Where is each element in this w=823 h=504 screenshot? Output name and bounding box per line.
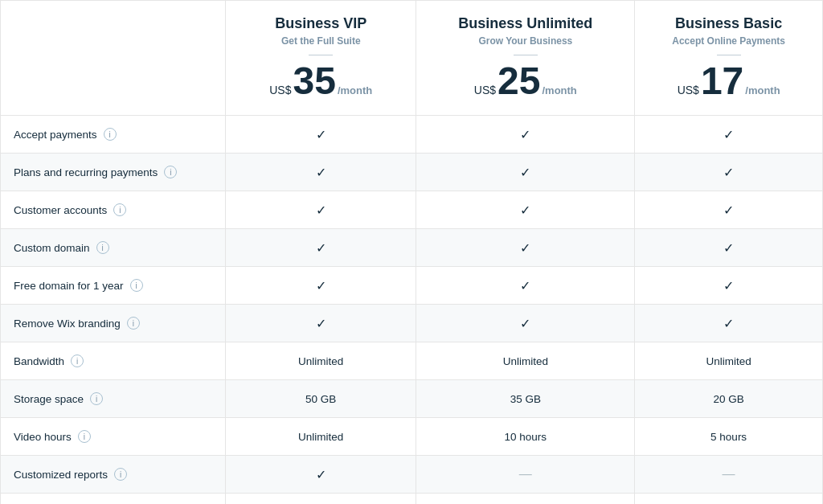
dash-icon: —: [723, 467, 735, 481]
checkmark-icon: ✓: [316, 317, 326, 330]
feature-value-5-2: ✓: [635, 305, 823, 342]
cell-text-value: 20 GB: [706, 393, 750, 405]
feature-label-cell-7: Storage space i: [1, 380, 226, 418]
feature-row: Customer care i Priority customer care24…: [1, 494, 823, 505]
feature-value-3-0: ✓: [226, 229, 416, 267]
info-icon[interactable]: i: [104, 128, 117, 141]
plan-tagline-vip: Get the Full Suite: [234, 35, 407, 47]
checkmark-icon: ✓: [520, 279, 530, 293]
feature-value-7-2: 20 GB: [635, 380, 823, 418]
feature-value-5-1: ✓: [416, 305, 635, 342]
cell-text-value: Unlimited: [497, 355, 555, 367]
info-icon[interactable]: i: [127, 317, 140, 330]
plan-tagline-unlimited: Grow Your Business: [424, 35, 626, 47]
feature-value-7-0: 50 GB: [226, 380, 416, 418]
feature-label-text: Custom domain: [14, 242, 90, 254]
feature-label-cell-9: Customized reports i: [1, 456, 226, 494]
feature-value-10-0: Priority customer care: [226, 494, 416, 505]
feature-label-text: Bandwidth: [14, 355, 64, 367]
feature-value-9-0: ✓: [226, 456, 416, 494]
feature-label-cell-1: Plans and recurring payments i: [1, 154, 226, 191]
feature-row: Video hours i Unlimited10 hours5 hours: [1, 418, 823, 456]
feature-label-text: Plans and recurring payments: [14, 166, 158, 178]
feature-value-4-2: ✓: [635, 267, 823, 305]
feature-value-6-1: Unlimited: [416, 342, 635, 380]
feature-value-10-2: 24/7 customer care: [635, 494, 823, 505]
feature-value-4-1: ✓: [416, 267, 635, 305]
checkmark-icon: ✓: [316, 279, 326, 293]
plan-name-basic: Business Basic: [643, 15, 814, 32]
feature-label-cell-5: Remove Wix branding i: [1, 305, 226, 342]
plan-currency-basic: US$: [678, 84, 699, 96]
feature-label-text: Video hours: [14, 431, 72, 443]
feature-row: Customized reports i ✓——: [1, 456, 823, 494]
info-icon[interactable]: i: [114, 468, 127, 481]
feature-label-cell-10: Customer care i: [1, 494, 226, 505]
checkmark-icon: ✓: [723, 241, 734, 255]
checkmark-icon: ✓: [316, 166, 326, 179]
feature-label-text: Customized reports: [14, 469, 108, 481]
feature-value-2-1: ✓: [416, 191, 635, 229]
feature-row: Free domain for 1 year i ✓✓✓: [1, 267, 823, 305]
pricing-comparison-table: Business VIP Get the Full Suite US$ 35 /…: [0, 0, 823, 504]
feature-label-cell-8: Video hours i: [1, 418, 226, 456]
feature-value-2-2: ✓: [635, 191, 823, 229]
feature-value-7-1: 35 GB: [416, 380, 635, 418]
info-icon[interactable]: i: [90, 392, 103, 405]
feature-label-cell-6: Bandwidth i: [1, 342, 226, 380]
feature-value-4-0: ✓: [226, 267, 416, 305]
cell-text-value: 50 GB: [299, 393, 342, 405]
cell-text-value: 35 GB: [504, 393, 547, 405]
cell-text-value: Unlimited: [292, 431, 350, 443]
feature-label-text: Storage space: [14, 393, 84, 405]
feature-value-6-2: Unlimited: [635, 342, 823, 380]
feature-value-1-2: ✓: [635, 154, 823, 191]
feature-value-5-0: ✓: [226, 305, 416, 342]
plan-period-basic: /month: [745, 84, 780, 96]
feature-value-3-1: ✓: [416, 229, 635, 267]
feature-value-0-1: ✓: [416, 116, 635, 154]
feature-value-2-0: ✓: [226, 191, 416, 229]
feature-value-6-0: Unlimited: [226, 342, 416, 380]
checkmark-icon: ✓: [723, 203, 734, 217]
feature-label-cell-3: Custom domain i: [1, 229, 226, 267]
feature-label-cell-0: Accept payments i: [1, 116, 226, 154]
info-icon[interactable]: i: [71, 354, 84, 367]
feature-row: Customer accounts i ✓✓✓: [1, 191, 823, 229]
cell-text-value: Unlimited: [699, 355, 757, 367]
info-icon[interactable]: i: [78, 430, 91, 443]
checkmark-icon: ✓: [520, 241, 530, 255]
feature-row: Accept payments i ✓✓✓: [1, 116, 823, 154]
info-icon[interactable]: i: [130, 279, 143, 292]
checkmark-icon: ✓: [316, 128, 326, 141]
feature-label-cell-2: Customer accounts i: [1, 191, 226, 229]
feature-row: Plans and recurring payments i ✓✓✓: [1, 154, 823, 191]
feature-label-text: Remove Wix branding: [14, 318, 121, 330]
feature-value-8-2: 5 hours: [635, 418, 823, 456]
plan-amount-vip: 35: [293, 62, 335, 100]
info-icon[interactable]: i: [113, 203, 126, 216]
plan-tagline-basic: Accept Online Payments: [643, 35, 814, 47]
plan-header-basic: Business Basic Accept Online Payments US…: [635, 1, 823, 116]
feature-value-0-0: ✓: [226, 116, 416, 154]
feature-value-0-2: ✓: [635, 116, 823, 154]
cell-text-value: 10 hours: [498, 431, 554, 443]
feature-value-1-0: ✓: [226, 154, 416, 191]
feature-row: Custom domain i ✓✓✓: [1, 229, 823, 267]
checkmark-icon: ✓: [723, 279, 734, 293]
feature-value-8-1: 10 hours: [416, 418, 635, 456]
feature-value-3-2: ✓: [635, 229, 823, 267]
cell-text-value: Unlimited: [292, 355, 350, 367]
plan-header-unlimited: Business Unlimited Grow Your Business US…: [416, 1, 635, 116]
plan-name-vip: Business VIP: [234, 15, 407, 32]
feature-value-10-1: 24/7 customer care: [416, 494, 635, 505]
checkmark-icon: ✓: [316, 241, 326, 255]
plan-period-vip: /month: [338, 84, 372, 96]
checkmark-icon: ✓: [723, 317, 734, 330]
checkmark-icon: ✓: [520, 128, 530, 141]
info-icon[interactable]: i: [96, 241, 109, 254]
feature-value-9-2: —: [635, 456, 823, 494]
empty-header-cell: [1, 1, 226, 116]
plan-period-unlimited: /month: [542, 84, 576, 96]
info-icon[interactable]: i: [164, 166, 177, 178]
